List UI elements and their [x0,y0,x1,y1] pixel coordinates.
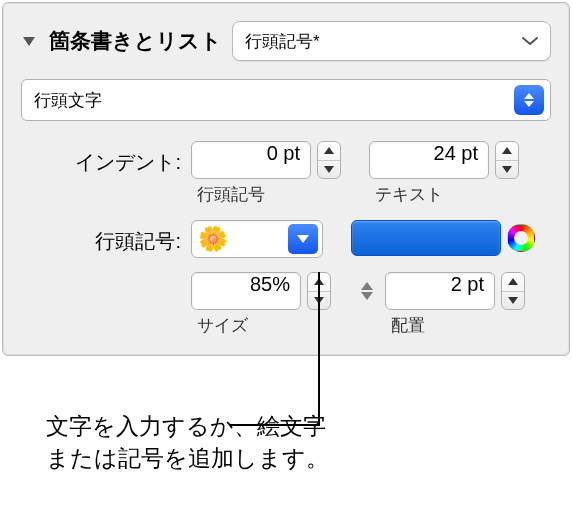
callout-line1: 文字を入力するか、絵文字 [46,410,329,442]
callout-text: 文字を入力するか、絵文字 または記号を追加します。 [46,410,329,474]
callout-line2: または記号を追加します。 [46,442,329,474]
